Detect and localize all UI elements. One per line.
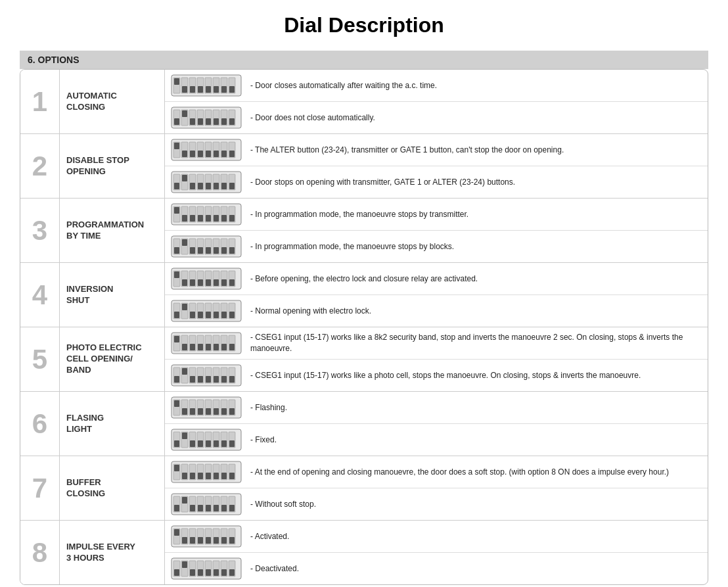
option-number-3: 3 xyxy=(20,199,60,262)
dial-image-4-1 xyxy=(170,299,242,323)
svg-rect-57 xyxy=(190,183,195,189)
svg-rect-14 xyxy=(221,86,227,93)
option-row-8: 8IMPULSE EVERY3 HOURS- Activated.- Deact… xyxy=(20,521,708,584)
svg-rect-220 xyxy=(229,473,235,479)
sub-desc-6-1: - Fixed. xyxy=(250,434,277,446)
svg-rect-8 xyxy=(198,86,203,93)
svg-rect-36 xyxy=(174,143,179,149)
sub-desc-3-1: - In programmation mode, the manoeuvre s… xyxy=(250,241,454,252)
svg-rect-133 xyxy=(221,312,227,318)
svg-rect-50 xyxy=(229,151,235,157)
option-label-2: DISABLE STOPOPENING xyxy=(60,134,165,198)
svg-rect-231 xyxy=(206,505,211,511)
sub-row-2-0: - The ALTER button (23-24), transmitter … xyxy=(165,134,708,166)
option-row-4: 4INVERSIONSHUT- Before opening, the elec… xyxy=(20,263,708,327)
svg-rect-257 xyxy=(174,569,179,576)
svg-rect-148 xyxy=(214,344,219,350)
svg-rect-65 xyxy=(221,183,227,189)
svg-rect-72 xyxy=(182,215,187,222)
option-row-1: 1AUTOMATICCLOSING- Door closes automatic… xyxy=(20,70,708,134)
sub-row-8-1: - Deactivated. xyxy=(165,553,708,584)
svg-rect-223 xyxy=(174,505,179,511)
sub-row-5-1: - CSEG1 input (15-17) works like a photo… xyxy=(165,360,708,391)
svg-rect-95 xyxy=(206,247,211,254)
svg-rect-131 xyxy=(214,312,219,318)
svg-rect-99 xyxy=(221,247,227,254)
dial-image-7-1 xyxy=(170,492,242,516)
svg-rect-142 xyxy=(190,344,195,350)
option-sub-rows-7: - At the end of opening and closing mano… xyxy=(165,456,708,520)
sub-row-2-1: - Door stops on opening with transmitter… xyxy=(165,166,708,198)
option-label-8: IMPULSE EVERY3 HOURS xyxy=(60,521,165,584)
sub-row-7-0: - At the end of opening and closing mano… xyxy=(165,456,708,488)
svg-rect-108 xyxy=(190,279,195,286)
svg-rect-199 xyxy=(214,440,219,447)
svg-rect-172 xyxy=(174,400,179,407)
option-sub-rows-2: - The ALTER button (23-24), transmitter … xyxy=(165,134,708,198)
sub-desc-8-0: - Activated. xyxy=(250,531,289,542)
svg-rect-82 xyxy=(221,215,227,222)
sub-desc-5-0: - CSEG1 input (15-17) works like a 8k2 s… xyxy=(250,332,702,354)
options-table: 1AUTOMATICCLOSING- Door closes automatic… xyxy=(20,69,708,585)
svg-rect-165 xyxy=(214,376,219,383)
sub-desc-4-0: - Before opening, the electro lock and c… xyxy=(250,273,478,285)
option-number-6: 6 xyxy=(20,392,60,456)
sub-desc-6-0: - Flashing. xyxy=(250,402,287,413)
dial-image-5-0 xyxy=(170,331,242,355)
sub-row-3-0: - In programmation mode, the manoeuvre s… xyxy=(165,199,708,231)
svg-rect-91 xyxy=(190,247,195,254)
svg-rect-29 xyxy=(214,118,219,125)
option-number-8: 8 xyxy=(20,521,60,584)
svg-rect-267 xyxy=(214,569,219,576)
svg-rect-254 xyxy=(229,537,235,544)
svg-rect-6 xyxy=(190,86,195,93)
svg-rect-23 xyxy=(190,118,195,125)
svg-rect-31 xyxy=(221,118,227,125)
option-label-4: INVERSIONSHUT xyxy=(60,263,165,327)
svg-rect-263 xyxy=(198,569,203,576)
svg-rect-191 xyxy=(182,433,187,439)
sub-desc-2-1: - Door stops on opening with transmitter… xyxy=(250,177,515,188)
svg-rect-271 xyxy=(229,569,235,576)
svg-rect-4 xyxy=(182,86,187,93)
dial-image-4-0 xyxy=(170,267,242,291)
svg-rect-248 xyxy=(206,537,211,544)
option-sub-rows-1: - Door closes automatically after waitin… xyxy=(165,70,708,133)
sub-row-1-1: - Door does not close automatically. xyxy=(165,102,708,133)
svg-rect-155 xyxy=(174,376,179,383)
sub-desc-8-1: - Deactivated. xyxy=(250,563,299,575)
svg-rect-10 xyxy=(206,86,211,93)
option-label-3: PROGRAMMATIONBY TIME xyxy=(60,199,165,262)
svg-rect-167 xyxy=(221,376,227,383)
svg-rect-244 xyxy=(190,537,195,544)
svg-rect-101 xyxy=(229,247,235,254)
svg-rect-121 xyxy=(174,312,179,318)
svg-rect-123 xyxy=(182,304,187,310)
svg-rect-212 xyxy=(198,473,203,479)
option-sub-rows-4: - Before opening, the electro lock and c… xyxy=(165,263,708,327)
dial-image-3-1 xyxy=(170,235,242,258)
svg-rect-161 xyxy=(198,376,203,383)
dial-image-3-0 xyxy=(170,202,242,226)
svg-rect-63 xyxy=(214,183,219,189)
section-header: 6. OPTIONS xyxy=(20,51,708,69)
dial-image-8-0 xyxy=(170,525,242,548)
svg-rect-97 xyxy=(214,247,219,254)
svg-rect-110 xyxy=(198,279,203,286)
svg-rect-74 xyxy=(190,215,195,222)
svg-rect-59 xyxy=(198,183,203,189)
svg-rect-227 xyxy=(190,505,195,511)
sub-desc-2-0: - The ALTER button (23-24), transmitter … xyxy=(250,145,564,156)
svg-rect-242 xyxy=(182,537,187,544)
svg-rect-116 xyxy=(221,279,227,286)
sub-row-6-0: - Flashing. xyxy=(165,392,708,424)
option-sub-rows-3: - In programmation mode, the manoeuvre s… xyxy=(165,199,708,262)
svg-rect-201 xyxy=(221,440,227,447)
svg-rect-235 xyxy=(221,505,227,511)
dial-image-1-1 xyxy=(170,106,242,129)
option-sub-rows-5: - CSEG1 input (15-17) works like a 8k2 s… xyxy=(165,327,708,391)
option-sub-rows-8: - Activated.- Deactivated. xyxy=(165,521,708,584)
sub-row-8-0: - Activated. xyxy=(165,521,708,553)
svg-rect-184 xyxy=(221,408,227,415)
sub-desc-5-1: - CSEG1 input (15-17) works like a photo… xyxy=(250,370,641,381)
